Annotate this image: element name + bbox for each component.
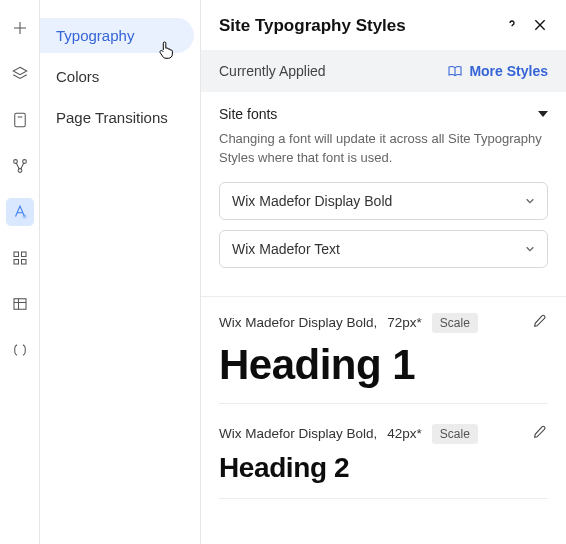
svg-point-2 bbox=[22, 160, 26, 164]
sidemenu-label: Page Transitions bbox=[56, 109, 168, 126]
plus-icon[interactable] bbox=[6, 14, 34, 42]
style-font: Wix Madefor Display Bold bbox=[219, 426, 377, 441]
typography-panel: Site Typography Styles Currently Applied… bbox=[200, 0, 566, 544]
sidemenu-label: Typography bbox=[56, 27, 134, 44]
sidemenu-item-page-transitions[interactable]: Page Transitions bbox=[40, 100, 194, 135]
site-fonts-section: Site fonts Changing a font will update i… bbox=[201, 92, 566, 297]
close-icon[interactable] bbox=[532, 17, 548, 36]
scale-chip[interactable]: Scale bbox=[432, 313, 478, 333]
svg-rect-9 bbox=[14, 299, 26, 310]
edit-icon[interactable] bbox=[532, 424, 548, 443]
table-icon[interactable] bbox=[6, 290, 34, 318]
scale-chip[interactable]: Scale bbox=[432, 424, 478, 444]
edit-icon[interactable] bbox=[532, 313, 548, 332]
sidemenu-item-typography[interactable]: Typography bbox=[40, 18, 194, 53]
text-style-icon[interactable] bbox=[6, 198, 34, 226]
section-collapse-icon[interactable] bbox=[538, 106, 548, 122]
help-icon[interactable] bbox=[504, 17, 520, 36]
currently-applied-bar: Currently Applied More Styles bbox=[201, 50, 566, 92]
svg-rect-5 bbox=[14, 252, 19, 257]
svg-rect-6 bbox=[21, 252, 26, 257]
typography-submenu: Typography Colors Page Transitions bbox=[40, 0, 200, 544]
style-size: 42px* bbox=[387, 426, 422, 441]
currently-applied-label: Currently Applied bbox=[219, 63, 326, 79]
site-font-2-label: Wix Madefor Text bbox=[232, 241, 340, 257]
heading-1-sample: Heading 1 bbox=[219, 341, 548, 389]
structure-icon[interactable] bbox=[6, 152, 34, 180]
more-styles-label: More Styles bbox=[469, 63, 548, 79]
site-font-dropdown-2[interactable]: Wix Madefor Text bbox=[219, 230, 548, 268]
code-icon[interactable] bbox=[6, 336, 34, 364]
book-icon bbox=[447, 64, 463, 78]
site-font-dropdown-1[interactable]: Wix Madefor Display Bold bbox=[219, 182, 548, 220]
heading-1-row: Wix Madefor Display Bold 72px* Scale Hea… bbox=[201, 297, 566, 408]
svg-point-1 bbox=[13, 160, 17, 164]
svg-point-4 bbox=[22, 214, 27, 219]
content-icon[interactable] bbox=[6, 106, 34, 134]
site-fonts-title: Site fonts bbox=[219, 106, 277, 122]
heading-2-sample: Heading 2 bbox=[219, 452, 548, 484]
heading-2-row: Wix Madefor Display Bold 42px* Scale Hea… bbox=[201, 408, 566, 503]
style-size: 72px* bbox=[387, 315, 422, 330]
style-font: Wix Madefor Display Bold bbox=[219, 315, 377, 330]
svg-rect-7 bbox=[14, 260, 19, 265]
tool-rail bbox=[0, 0, 40, 544]
site-fonts-hint: Changing a font will update it across al… bbox=[219, 130, 548, 168]
svg-rect-8 bbox=[21, 260, 26, 265]
site-font-1-label: Wix Madefor Display Bold bbox=[232, 193, 392, 209]
sidemenu-label: Colors bbox=[56, 68, 99, 85]
chevron-down-icon bbox=[525, 196, 535, 206]
layers-icon[interactable] bbox=[6, 60, 34, 88]
svg-rect-0 bbox=[14, 113, 25, 127]
chevron-down-icon bbox=[525, 244, 535, 254]
more-styles-link[interactable]: More Styles bbox=[447, 63, 548, 79]
svg-point-3 bbox=[18, 169, 22, 173]
panel-header: Site Typography Styles bbox=[201, 0, 566, 50]
sidemenu-item-colors[interactable]: Colors bbox=[40, 59, 194, 94]
apps-icon[interactable] bbox=[6, 244, 34, 272]
panel-title: Site Typography Styles bbox=[219, 16, 406, 36]
